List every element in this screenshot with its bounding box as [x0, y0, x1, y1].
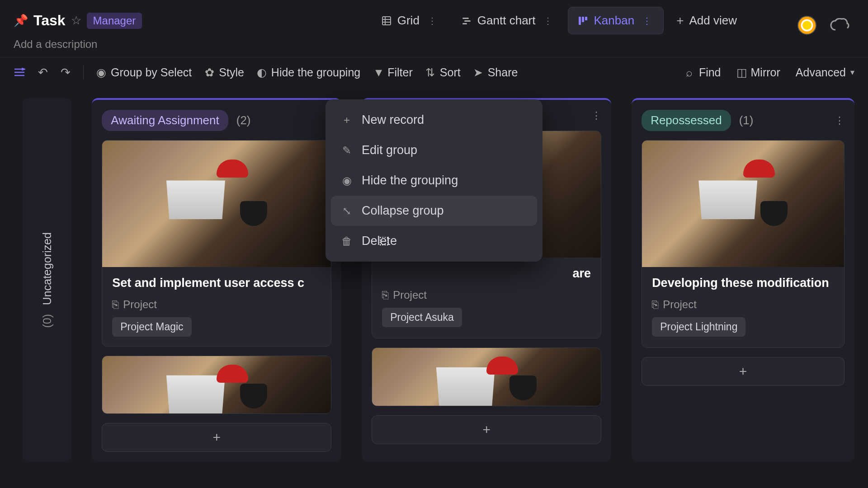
view-tab-label: Grid	[397, 14, 420, 28]
share-icon: ➤	[473, 66, 483, 79]
avatar[interactable]	[797, 16, 816, 35]
pin-icon: 📌	[14, 14, 28, 28]
link-icon: ⎘	[652, 298, 658, 311]
kanban-card[interactable]: Developing these modification ⎘Project P…	[642, 140, 844, 348]
tab-menu-icon[interactable]: ⋮	[425, 15, 439, 26]
column-count: (1)	[739, 113, 754, 127]
column-repossessed: Repossessed (1) ⋮ Developing these modif…	[632, 98, 854, 462]
project-label: Project	[393, 289, 427, 301]
chevron-down-icon: ▾	[850, 67, 854, 77]
plus-icon: +	[739, 364, 747, 379]
link-icon: ⎘	[112, 298, 118, 311]
sort-button[interactable]: ⇅Sort	[425, 66, 461, 79]
gear-icon: ✿	[204, 66, 214, 79]
svg-rect-5	[464, 20, 471, 22]
column-menu-button[interactable]: ⋮	[835, 115, 844, 127]
gantt-icon	[461, 15, 472, 26]
column-count: (2)	[236, 113, 251, 127]
view-tab-label: Gantt chart	[477, 14, 536, 28]
add-view-label: Add view	[689, 14, 737, 28]
mirror-button[interactable]: ◫Mirror	[736, 66, 780, 79]
kanban-card[interactable]	[102, 356, 331, 414]
view-tab-gantt[interactable]: Gantt chart ⋮	[452, 7, 565, 34]
add-card-button[interactable]: +	[372, 415, 601, 444]
grid-icon	[381, 15, 392, 26]
project-tag: Project Lightning	[652, 317, 745, 337]
card-image	[102, 141, 331, 267]
mirror-icon: ◫	[736, 66, 746, 79]
trash-icon: 🗑	[341, 235, 353, 248]
column-uncategorized-collapsed[interactable]: Uncategorized (0)	[23, 98, 71, 462]
column-tag[interactable]: Repossessed	[642, 110, 731, 131]
pencil-icon: ✎	[341, 144, 353, 157]
svg-rect-4	[462, 18, 469, 19]
plus-icon: +	[676, 14, 684, 28]
plus-icon: +	[341, 114, 353, 127]
collapsed-count: (0)	[41, 314, 54, 328]
menu-collapse-group[interactable]: ⤡Collapse group	[331, 196, 537, 226]
cloud-icon[interactable]	[830, 18, 850, 33]
tab-menu-icon[interactable]: ⋮	[640, 15, 654, 26]
search-icon: ⌕	[684, 66, 694, 79]
view-tab-label: Kanban	[594, 14, 634, 28]
expand-icon[interactable]	[14, 67, 25, 77]
svg-rect-6	[462, 23, 467, 24]
manager-badge: Manager	[87, 13, 142, 29]
svg-rect-0	[382, 17, 391, 25]
eye-icon: ◉	[341, 174, 353, 187]
target-icon: ◉	[96, 66, 106, 79]
collapsed-label: Uncategorized	[41, 232, 54, 305]
project-tag: Project Magic	[112, 317, 191, 337]
sort-icon: ⇅	[425, 66, 435, 79]
column-awaiting: Awaiting Assignment (2) ⋮ Set and implem…	[92, 98, 341, 462]
view-tab-kanban[interactable]: Kanban ⋮	[568, 7, 664, 34]
find-button[interactable]: ⌕Find	[684, 66, 721, 79]
kanban-card[interactable]: Set and implement user access c ⎘Project…	[102, 140, 331, 347]
card-title: Set and implement user access c	[112, 276, 321, 290]
menu-edit-group[interactable]: ✎Edit group	[331, 135, 537, 165]
link-icon: ⎘	[382, 289, 388, 301]
menu-delete[interactable]: 🗑Delete	[331, 226, 537, 256]
card-title: Developing these modification	[652, 276, 834, 290]
svg-rect-8	[582, 17, 584, 22]
style-button[interactable]: ✿Style	[204, 66, 244, 79]
filter-button[interactable]: ▼Filter	[373, 66, 413, 79]
project-label: Project	[123, 298, 157, 311]
eye-icon: ◐	[257, 66, 267, 79]
plus-icon: +	[482, 422, 491, 437]
menu-new-record[interactable]: +New record	[331, 105, 537, 135]
card-title: are	[382, 267, 591, 281]
view-tab-grid[interactable]: Grid ⋮	[372, 7, 448, 34]
collapse-icon: ⤡	[341, 205, 353, 217]
share-button[interactable]: ➤Share	[473, 66, 518, 79]
page-title: Task	[33, 12, 66, 29]
menu-hide-grouping[interactable]: ◉Hide the grouping	[331, 165, 537, 196]
filter-icon: ▼	[373, 66, 383, 79]
group-by-button[interactable]: ◉Group by Select	[96, 66, 192, 79]
add-card-button[interactable]: +	[102, 423, 331, 452]
context-menu: +New record ✎Edit group ◉Hide the groupi…	[326, 99, 542, 262]
hide-grouping-button[interactable]: ◐Hide the grouping	[257, 66, 360, 79]
svg-rect-7	[579, 17, 581, 25]
tab-menu-icon[interactable]: ⋮	[541, 15, 555, 26]
advanced-button[interactable]: Advanced▾	[796, 66, 854, 79]
plus-icon: +	[212, 430, 221, 445]
kanban-card[interactable]	[372, 347, 601, 406]
add-view-button[interactable]: + Add view	[667, 7, 746, 34]
svg-rect-9	[585, 17, 587, 20]
star-icon[interactable]: ☆	[71, 14, 81, 28]
column-tag[interactable]: Awaiting Assignment	[102, 110, 228, 131]
description-input[interactable]: Add a description	[0, 38, 868, 57]
redo-button[interactable]: ↷	[61, 66, 71, 80]
card-image	[642, 141, 844, 267]
undo-button[interactable]: ↶	[38, 66, 48, 80]
project-tag: Project Asuka	[382, 308, 462, 327]
add-card-button[interactable]: +	[642, 357, 844, 386]
kanban-icon	[577, 15, 588, 26]
column-menu-button[interactable]: ⋮	[591, 110, 601, 122]
project-label: Project	[663, 298, 697, 311]
